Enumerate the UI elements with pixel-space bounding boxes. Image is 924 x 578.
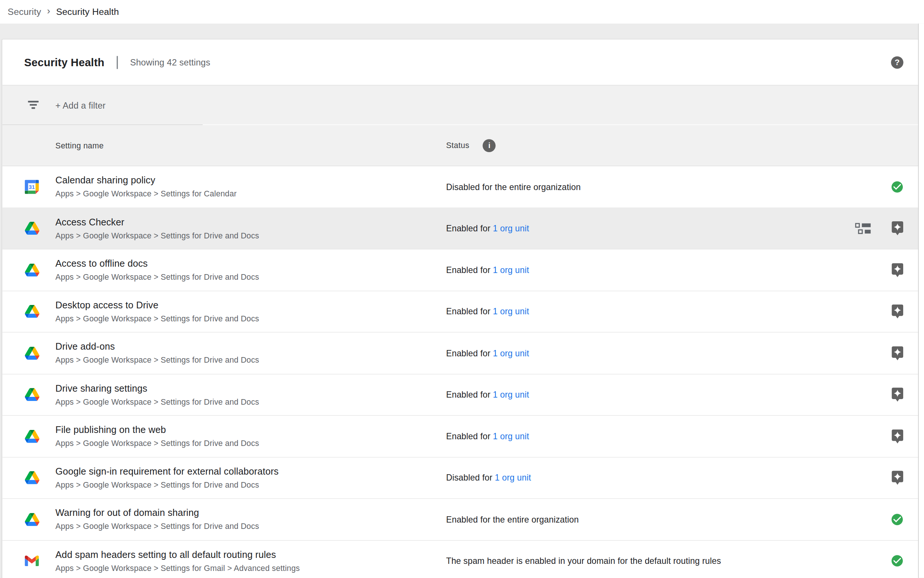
- row-indicators: [891, 262, 904, 278]
- breadcrumb-chevron-icon: ›: [47, 6, 50, 17]
- setting-name: Calendar sharing policy: [55, 174, 237, 188]
- recommendation-flag-icon[interactable]: [891, 429, 904, 444]
- recommendation-flag-icon[interactable]: [891, 221, 904, 236]
- calendar-icon: 31: [24, 180, 39, 194]
- table-row[interactable]: Access Checker Apps > Google Workspace >…: [2, 208, 918, 250]
- status-text: Enabled for: [446, 265, 493, 274]
- org-unit-link[interactable]: 1 org unit: [493, 224, 529, 233]
- recommendation-flag-icon[interactable]: [891, 346, 904, 361]
- setting-name: Google sign-in requirement for external …: [55, 464, 279, 479]
- help-glyph: ?: [895, 58, 900, 67]
- org-unit-link[interactable]: 1 org unit: [495, 473, 531, 482]
- table-row[interactable]: Google sign-in requirement for external …: [2, 458, 918, 499]
- page: Security › Security Health Security Heal…: [0, 0, 924, 578]
- setting-path: Apps > Google Workspace > Settings for D…: [55, 437, 259, 449]
- table-row[interactable]: 31 Calendar sharing policy Apps > Google…: [2, 166, 918, 208]
- drive-icon: [24, 471, 39, 484]
- drive-icon: [24, 471, 39, 484]
- setting-status: Enabled for 1 org unit: [446, 307, 529, 316]
- setting-path: Apps > Google Workspace > Settings for D…: [55, 312, 259, 325]
- recommendation-flag-icon[interactable]: [891, 304, 904, 319]
- setting-status: Enabled for 1 org unit: [446, 432, 529, 441]
- org-unit-link[interactable]: 1 org unit: [493, 390, 529, 399]
- setting-name: Warning for out of domain sharing: [55, 506, 259, 520]
- calendar-icon: 31: [25, 180, 39, 194]
- row-indicators: [890, 513, 904, 526]
- security-health-card: Security Health Showing 42 settings ? + …: [2, 39, 919, 578]
- drive-icon: [24, 263, 39, 276]
- setting-status: Enabled for 1 org unit: [446, 224, 529, 233]
- check-circle-icon: [890, 513, 904, 526]
- recommendation-flag-icon[interactable]: [891, 262, 904, 278]
- status-text: Enabled for: [446, 432, 493, 441]
- gmail-icon: [25, 556, 39, 567]
- setting-path: Apps > Google Workspace > Settings for D…: [55, 520, 259, 533]
- drive-icon: [24, 305, 39, 318]
- setting-name: Access Checker: [55, 215, 259, 229]
- row-indicators: [855, 221, 904, 236]
- setting-path: Apps > Google Workspace > Settings for D…: [55, 271, 259, 283]
- settings-list: 31 Calendar sharing policy Apps > Google…: [2, 166, 918, 578]
- setting-path: Apps > Google Workspace > Settings for G…: [55, 562, 300, 574]
- table-header: Setting name Status i: [2, 125, 918, 166]
- table-row[interactable]: File publishing on the web Apps > Google…: [2, 416, 918, 458]
- svg-text:31: 31: [29, 184, 35, 190]
- help-icon[interactable]: ?: [891, 56, 903, 68]
- table-row[interactable]: Drive add-ons Apps > Google Workspace > …: [2, 333, 918, 374]
- add-filter-button[interactable]: + Add a filter: [55, 100, 105, 110]
- setting-path: Apps > Google Workspace > Settings for D…: [55, 479, 279, 491]
- drive-icon: [24, 388, 39, 401]
- org-unit-link[interactable]: 1 org unit: [493, 265, 529, 274]
- row-indicators: [890, 554, 904, 568]
- table-row[interactable]: Desktop access to Drive Apps > Google Wo…: [2, 291, 918, 333]
- status-text: Enabled for the entire organization: [446, 515, 579, 524]
- row-indicators: [891, 387, 904, 402]
- org-unit-link[interactable]: 1 org unit: [493, 432, 529, 441]
- setting-status: Enabled for 1 org unit: [446, 265, 529, 274]
- vertical-scrollbar[interactable]: [918, 23, 924, 578]
- recommendation-flag-icon[interactable]: [891, 387, 904, 402]
- table-row[interactable]: Access to offline docs Apps > Google Wor…: [2, 250, 918, 291]
- page-title: Security Health: [24, 56, 104, 69]
- setting-status: Enabled for 1 org unit: [446, 349, 529, 358]
- status-text: Enabled for: [446, 224, 493, 233]
- breadcrumb: Security › Security Health: [0, 0, 924, 23]
- row-indicators: [891, 346, 904, 361]
- drive-icon: [24, 430, 39, 443]
- row-indicators: [891, 304, 904, 319]
- drive-icon: [24, 222, 39, 235]
- drive-icon: [24, 347, 39, 360]
- row-indicators: [891, 470, 904, 485]
- title-divider: [117, 56, 117, 69]
- table-row[interactable]: Add spam headers setting to all default …: [2, 541, 918, 578]
- gmail-icon: [24, 556, 39, 567]
- info-glyph: i: [489, 141, 490, 150]
- drive-icon: [24, 222, 39, 235]
- card-header: Security Health Showing 42 settings ?: [2, 39, 918, 86]
- setting-path: Apps > Google Workspace > Settings for D…: [55, 229, 259, 241]
- setting-path: Apps > Google Workspace > Settings for C…: [55, 188, 237, 200]
- org-unit-link[interactable]: 1 org unit: [493, 307, 529, 316]
- column-status: Status: [446, 141, 469, 150]
- recommendation-flag-icon[interactable]: [891, 470, 904, 485]
- filter-icon[interactable]: [28, 101, 39, 109]
- setting-status: Enabled for 1 org unit: [446, 390, 529, 399]
- status-text: Enabled for: [446, 307, 493, 316]
- setting-name: Desktop access to Drive: [55, 298, 259, 312]
- settings-count: Showing 42 settings: [130, 57, 210, 67]
- check-circle-icon: [890, 180, 904, 193]
- setting-status: Disabled for the entire organization: [446, 182, 581, 192]
- breadcrumb-current-page: Security Health: [56, 6, 119, 17]
- setting-path: Apps > Google Workspace > Settings for D…: [55, 354, 259, 366]
- table-row[interactable]: Warning for out of domain sharing Apps >…: [2, 499, 918, 541]
- org-units-icon: [855, 223, 871, 234]
- setting-status: The spam header is enabled in your domai…: [446, 556, 721, 565]
- table-row[interactable]: Drive sharing settings Apps > Google Wor…: [2, 374, 918, 416]
- status-info-icon[interactable]: i: [483, 139, 496, 152]
- org-unit-link[interactable]: 1 org unit: [493, 349, 529, 358]
- setting-status: Disabled for 1 org unit: [446, 473, 531, 482]
- setting-name: Drive add-ons: [55, 340, 259, 354]
- drive-icon: [24, 388, 39, 401]
- breadcrumb-security[interactable]: Security: [8, 6, 41, 17]
- drive-icon: [24, 263, 39, 276]
